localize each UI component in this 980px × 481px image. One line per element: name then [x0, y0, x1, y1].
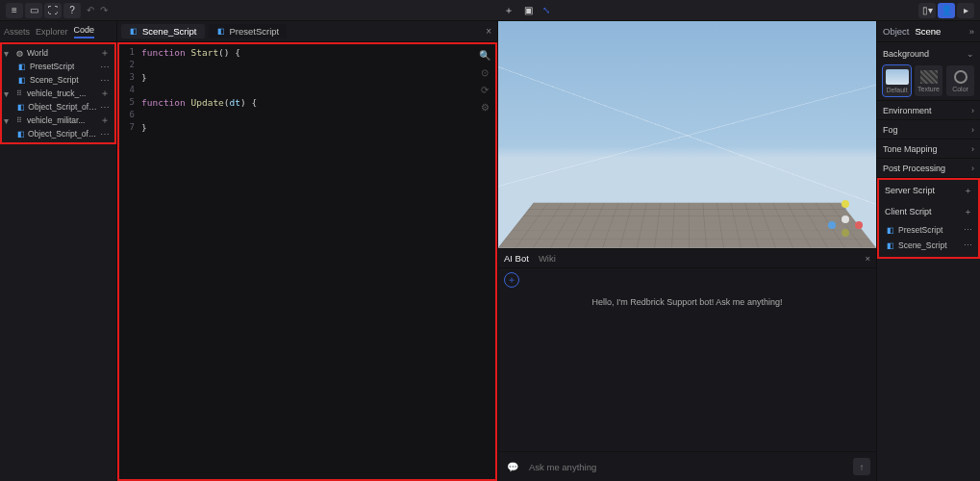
add-script-icon[interactable]: ＋: [100, 87, 113, 100]
editor-tab-presetscript[interactable]: ◧ PresetScript: [209, 24, 288, 38]
undo-icon[interactable]: ↶: [83, 5, 98, 15]
section-environment[interactable]: Environment›: [877, 101, 980, 120]
close-chat-icon[interactable]: ×: [865, 253, 870, 264]
more-icon[interactable]: ⋯: [964, 225, 972, 235]
code-area[interactable]: function Start() { } function Update(dt)…: [138, 44, 495, 479]
chevron-right-icon: ›: [971, 144, 974, 154]
monitor-icon[interactable]: ▭: [25, 3, 42, 18]
tree-node-presetscript[interactable]: ◧ PresetScript ⋯: [2, 60, 114, 73]
section-title-background[interactable]: Background⌄: [883, 46, 974, 62]
section-tone-mapping[interactable]: Tone Mapping›: [877, 139, 980, 159]
object-icon: ⠿: [14, 89, 24, 98]
section-fog[interactable]: Fog›: [877, 120, 980, 139]
bg-default[interactable]: Default: [883, 65, 911, 96]
tree-node-truck[interactable]: ▾ ⠿ vehicle_truck_... ＋: [2, 87, 114, 100]
add-server-script-icon[interactable]: ＋: [964, 185, 972, 197]
more-icon[interactable]: ⋯: [100, 62, 113, 72]
more-icon[interactable]: ⋯: [100, 102, 113, 113]
play-icon[interactable]: ▸: [957, 3, 974, 18]
bg-texture[interactable]: Texture: [915, 65, 942, 96]
add-script-icon[interactable]: ＋: [100, 46, 113, 60]
chevron-right-icon: ›: [971, 106, 974, 115]
globe-icon: ◍: [14, 48, 24, 58]
script-sections: Server Script ＋ Client Script ＋ ◧ Preset…: [877, 178, 980, 259]
collapse-inspector-icon[interactable]: »: [969, 26, 974, 37]
chevron-down-icon: ⌄: [967, 49, 974, 59]
chat-input[interactable]: [529, 462, 845, 472]
script-icon: ◧: [216, 27, 226, 37]
more-icon[interactable]: ⋯: [964, 240, 972, 250]
script-icon: ◧: [17, 129, 25, 139]
chat-greeting: Hello, I'm Redbrick Support bot! Ask me …: [504, 297, 870, 307]
server-script-header[interactable]: Server Script ＋: [879, 180, 978, 201]
device-icon[interactable]: ▯▾: [918, 3, 936, 18]
editor-column: ◧ Scene_Script ◧ PresetScript × 1 2 3 4 …: [117, 21, 498, 481]
search-icon[interactable]: 🔍: [478, 48, 491, 62]
client-script-presetscript[interactable]: ◧ PresetScript ⋯: [879, 222, 978, 238]
client-script-header[interactable]: Client Script ＋: [879, 201, 978, 222]
tree-node-plane-script[interactable]: ◧ Object_Script_of_AirPlane ⋯: [2, 127, 114, 140]
tree-node-world[interactable]: ▾ ◍ World ＋: [2, 46, 114, 60]
chevron-right-icon: ›: [971, 125, 974, 135]
close-editor-icon[interactable]: ×: [486, 26, 493, 37]
collapse-icon[interactable]: ⟳: [478, 83, 491, 96]
line-gutter: 1 2 3 4 5 6 7: [119, 44, 138, 479]
script-icon: ◧: [887, 226, 894, 235]
ai-chat-panel: AI Bot Wiki × ＋ Hello, I'm Redbrick Supp…: [498, 248, 876, 481]
expand-icon[interactable]: ⤡: [539, 5, 554, 15]
object-icon: ⠿: [14, 115, 24, 125]
breadcrumb-object[interactable]: Object: [883, 26, 909, 37]
chevron-right-icon: ›: [971, 164, 974, 173]
add-icon[interactable]: ＋: [500, 3, 517, 18]
add-script-icon[interactable]: ＋: [100, 114, 113, 127]
3d-viewport[interactable]: [498, 21, 876, 248]
tree-node-militar[interactable]: ▾ ⠿ vehicle_militar... ＋: [2, 114, 114, 127]
script-icon: ◧: [129, 27, 138, 37]
more-icon[interactable]: ⋯: [100, 129, 113, 139]
send-icon[interactable]: ↑: [853, 458, 870, 475]
viewport-column: AI Bot Wiki × ＋ Hello, I'm Redbrick Supp…: [498, 21, 876, 481]
tab-explorer[interactable]: Explorer: [36, 27, 68, 37]
script-icon: ◧: [17, 75, 27, 85]
script-icon: ◧: [887, 241, 894, 250]
tree-node-truck-script[interactable]: ◧ Object_Script_of_truck ⋯: [2, 100, 114, 114]
fullscreen-icon[interactable]: ⛶: [44, 3, 62, 18]
bg-color[interactable]: Color: [946, 65, 974, 96]
section-post-processing[interactable]: Post Processing›: [877, 159, 980, 178]
cube-icon[interactable]: ▣: [519, 3, 537, 18]
section-background: Background⌄ Default Texture Color: [877, 42, 980, 101]
nav-icon[interactable]: ⊙: [478, 65, 491, 79]
tree-node-scenescript[interactable]: ◧ Scene_Script ⋯: [2, 73, 114, 87]
more-icon[interactable]: ⋯: [100, 75, 113, 86]
orientation-gizmo[interactable]: [826, 200, 865, 239]
inspector-panel: Object Scene » Background⌄ Default Textu…: [876, 21, 980, 481]
help-icon[interactable]: ?: [63, 3, 81, 18]
breadcrumb-scene[interactable]: Scene: [915, 26, 941, 37]
menu-icon[interactable]: ≡: [6, 3, 23, 18]
settings-icon[interactable]: ⚙: [478, 100, 491, 114]
left-panel: Assets Explorer Code ▾ ◍ World ＋ ◧ Prese…: [0, 21, 117, 481]
code-tree: ▾ ◍ World ＋ ◧ PresetScript ⋯ ◧ Scene_Scr…: [0, 42, 116, 144]
chat-bubble-icon: 💬: [504, 458, 521, 475]
redo-icon[interactable]: ↷: [100, 5, 108, 15]
user-icon[interactable]: 👤: [938, 3, 955, 18]
editor-side-tools: 🔍 ⊙ ⟳ ⚙: [478, 48, 491, 114]
tab-assets[interactable]: Assets: [4, 27, 30, 37]
add-client-script-icon[interactable]: ＋: [964, 206, 972, 218]
tab-code[interactable]: Code: [74, 25, 95, 38]
new-chat-icon[interactable]: ＋: [504, 272, 519, 288]
chat-tab-wiki[interactable]: Wiki: [539, 253, 556, 264]
client-script-scene-script[interactable]: ◧ Scene_Script ⋯: [879, 238, 978, 253]
script-icon: ◧: [17, 62, 27, 71]
chat-tab-aibot[interactable]: AI Bot: [504, 253, 529, 264]
top-toolbar: ≡ ▭ ⛶ ? ↶ ↷ ＋ ▣ ⤡ ▯▾ 👤 ▸: [0, 0, 980, 21]
editor-tab-scene-script[interactable]: ◧ Scene_Script: [121, 24, 205, 38]
script-icon: ◧: [17, 102, 25, 112]
code-editor[interactable]: 1 2 3 4 5 6 7 function Start() { } funct…: [117, 42, 497, 481]
